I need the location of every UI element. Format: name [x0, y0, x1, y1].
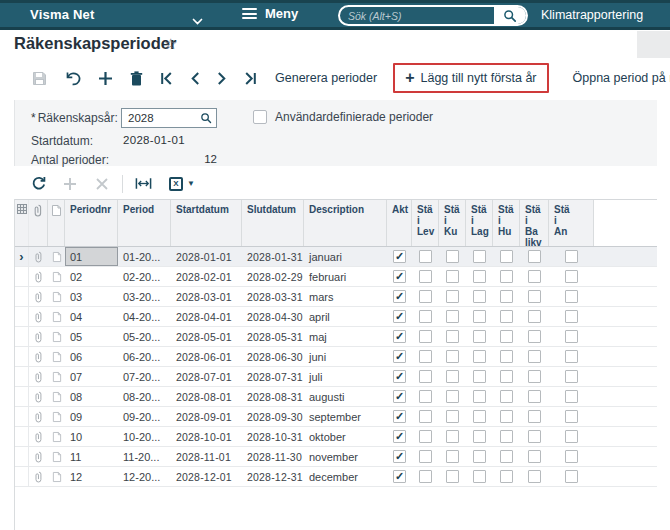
- cell-description[interactable]: april: [304, 307, 387, 326]
- cell-end-date[interactable]: 2028-07-31: [242, 367, 304, 386]
- checkbox-unchecked-icon[interactable]: [500, 350, 513, 363]
- header-closed-ar[interactable]: Stä i Ku: [439, 200, 466, 246]
- checkbox-unchecked-icon[interactable]: [500, 310, 513, 323]
- checkbox-checked-icon[interactable]: ✓: [393, 410, 406, 423]
- cell-start-date[interactable]: 2028-10-01: [171, 427, 242, 446]
- cell-active[interactable]: ✓: [387, 367, 412, 386]
- cell-end-date[interactable]: 2028-03-31: [242, 287, 304, 306]
- cell-closed-3[interactable]: [466, 327, 493, 346]
- cell-active[interactable]: ✓: [387, 287, 412, 306]
- cell-description[interactable]: oktober: [304, 427, 387, 446]
- cell-closed-1[interactable]: [412, 287, 439, 306]
- cell-closed-4[interactable]: [493, 367, 520, 386]
- cell-period[interactable]: 01-20...: [118, 247, 171, 266]
- checkbox-unchecked-icon[interactable]: [419, 330, 432, 343]
- checkbox-unchecked-icon[interactable]: [528, 430, 541, 443]
- checkbox-unchecked-icon[interactable]: [500, 390, 513, 403]
- cell-closed-2[interactable]: [439, 407, 466, 426]
- cell-closed-3[interactable]: [466, 387, 493, 406]
- cell-closed-5[interactable]: [520, 427, 549, 446]
- cell-end-date[interactable]: 2028-09-30: [242, 407, 304, 426]
- note-icon[interactable]: [48, 267, 65, 286]
- cell-closed-3[interactable]: [466, 347, 493, 366]
- cell-closed-3[interactable]: [466, 267, 493, 286]
- cell-closed-2[interactable]: [439, 267, 466, 286]
- cell-period-no[interactable]: 10: [65, 427, 118, 446]
- grid-add-button[interactable]: [62, 175, 79, 192]
- cell-closed-4[interactable]: [493, 467, 520, 486]
- go-first-button[interactable]: [160, 70, 173, 87]
- cell-closed-2[interactable]: [439, 347, 466, 366]
- cell-start-date[interactable]: 2028-06-01: [171, 347, 242, 366]
- cell-period[interactable]: 06-20...: [118, 347, 171, 366]
- checkbox-unchecked-icon[interactable]: [473, 270, 486, 283]
- checkbox-checked-icon[interactable]: ✓: [393, 450, 406, 463]
- checkbox-unchecked-icon[interactable]: [565, 350, 578, 363]
- column-settings-icon[interactable]: [15, 200, 29, 246]
- note-icon[interactable]: [48, 367, 65, 386]
- cell-closed-5[interactable]: [520, 287, 549, 306]
- delete-row-button[interactable]: [130, 70, 143, 87]
- note-icon[interactable]: [48, 327, 65, 346]
- checkbox-unchecked-icon[interactable]: [500, 290, 513, 303]
- cell-active[interactable]: ✓: [387, 407, 412, 426]
- cell-closed-2[interactable]: [439, 327, 466, 346]
- checkbox-unchecked-icon[interactable]: [473, 470, 486, 483]
- cell-closed-3[interactable]: [466, 287, 493, 306]
- fit-width-button[interactable]: [135, 175, 152, 192]
- cell-end-date[interactable]: 2028-01-31: [242, 247, 304, 266]
- checkbox-unchecked-icon[interactable]: [419, 370, 432, 383]
- checkbox-unchecked-icon[interactable]: [500, 250, 513, 263]
- cell-start-date[interactable]: 2028-08-01: [171, 387, 242, 406]
- cell-closed-6[interactable]: [549, 367, 594, 386]
- checkbox-unchecked-icon[interactable]: [528, 470, 541, 483]
- user-defined-periods-checkbox[interactable]: Användardefinierade perioder: [253, 110, 433, 124]
- cell-closed-1[interactable]: [412, 247, 439, 266]
- table-row[interactable]: 0707-20...2028-07-012028-07-31juli✓: [15, 367, 657, 387]
- cell-period-no[interactable]: 11: [65, 447, 118, 466]
- cell-closed-6[interactable]: [549, 427, 594, 446]
- grid-remove-button[interactable]: [94, 175, 111, 192]
- cell-start-date[interactable]: 2028-03-01: [171, 287, 242, 306]
- table-row[interactable]: 1111-20...2028-11-012028-11-30november✓: [15, 447, 657, 467]
- checkbox-unchecked-icon[interactable]: [419, 270, 432, 283]
- cell-period[interactable]: 12-20...: [118, 467, 171, 486]
- checkbox-unchecked-icon[interactable]: [473, 430, 486, 443]
- cell-closed-5[interactable]: [520, 267, 549, 286]
- cell-start-date[interactable]: 2028-09-01: [171, 407, 242, 426]
- header-start-date[interactable]: Startdatum: [171, 200, 242, 246]
- go-next-button[interactable]: [217, 70, 227, 87]
- checkbox-unchecked-icon[interactable]: [528, 370, 541, 383]
- checkbox-unchecked-icon[interactable]: [446, 430, 459, 443]
- checkbox-unchecked-icon[interactable]: [528, 310, 541, 323]
- cell-period-no[interactable]: 12: [65, 467, 118, 486]
- attachment-icon[interactable]: [29, 447, 48, 466]
- note-icon[interactable]: [48, 427, 65, 446]
- cell-description[interactable]: november: [304, 447, 387, 466]
- cell-active[interactable]: ✓: [387, 347, 412, 366]
- add-row-button[interactable]: [98, 70, 113, 87]
- table-row[interactable]: 0909-20...2028-09-012028-09-30september✓: [15, 407, 657, 427]
- cell-period-no[interactable]: 03: [65, 287, 118, 306]
- cell-closed-6[interactable]: [549, 307, 594, 326]
- cell-closed-4[interactable]: [493, 287, 520, 306]
- checkbox-unchecked-icon[interactable]: [446, 410, 459, 423]
- cell-closed-6[interactable]: [549, 387, 594, 406]
- cell-closed-2[interactable]: [439, 307, 466, 326]
- cell-description[interactable]: januari: [304, 247, 387, 266]
- checkbox-unchecked-icon[interactable]: [500, 330, 513, 343]
- cell-end-date[interactable]: 2028-08-31: [242, 387, 304, 406]
- cell-closed-5[interactable]: [520, 467, 549, 486]
- cell-period[interactable]: 11-20...: [118, 447, 171, 466]
- cell-closed-2[interactable]: [439, 247, 466, 266]
- checkbox-unchecked-icon[interactable]: [528, 290, 541, 303]
- cell-end-date[interactable]: 2028-10-31: [242, 427, 304, 446]
- cell-start-date[interactable]: 2028-04-01: [171, 307, 242, 326]
- checkbox-unchecked-icon[interactable]: [419, 290, 432, 303]
- checkbox-checked-icon[interactable]: ✓: [393, 250, 406, 263]
- attachment-icon[interactable]: [29, 347, 48, 366]
- cell-closed-4[interactable]: [493, 427, 520, 446]
- checkbox-unchecked-icon[interactable]: [473, 410, 486, 423]
- cell-closed-1[interactable]: [412, 387, 439, 406]
- checkbox-unchecked-icon[interactable]: [565, 450, 578, 463]
